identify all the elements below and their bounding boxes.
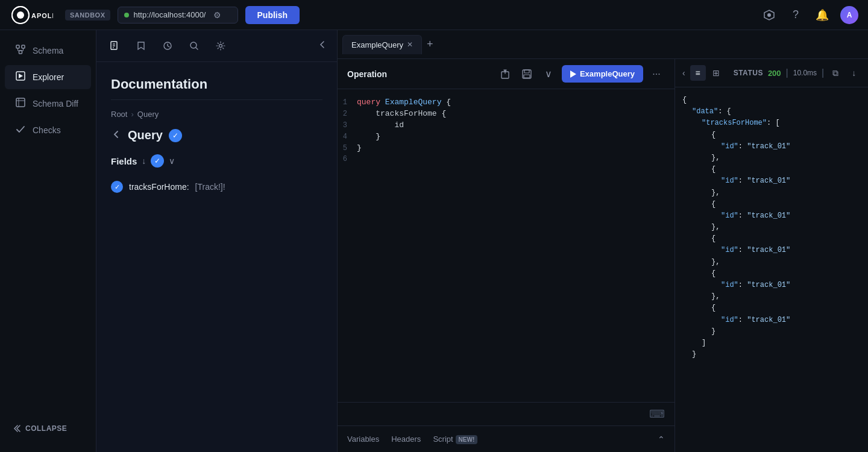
svg-point-1 <box>17 11 24 19</box>
url-settings-icon[interactable]: ⚙ <box>213 10 221 20</box>
field-check-icon: ✓ <box>111 181 123 193</box>
help-icon[interactable]: ? <box>787 7 804 24</box>
query-title: Query <box>128 128 163 142</box>
keyboard-icon: ⌨ <box>649 407 665 421</box>
json-line: "id": "track_01" <box>682 245 861 256</box>
fields-label: Fields <box>111 156 137 166</box>
bookmark-icon[interactable] <box>133 37 149 54</box>
results-view-icons: ≡ ⊞ <box>690 65 724 81</box>
results-content: { "data": { "tracksForHome": [ { "id": "… <box>675 87 868 452</box>
tab-close-icon[interactable]: ✕ <box>407 40 413 49</box>
headers-tab[interactable]: Headers <box>391 432 421 446</box>
more-icon[interactable]: ··· <box>648 66 665 83</box>
code-editor[interactable]: 1 query ExampleQuery { 2 tracksForHome { <box>338 89 675 402</box>
url-bar[interactable]: http://localhost:4000/ ⚙ <box>118 7 238 24</box>
results-chevron-icon[interactable]: ‹ <box>682 68 685 78</box>
code-line-5: 5 } <box>338 142 675 154</box>
share-icon[interactable] <box>497 66 514 83</box>
search-icon[interactable] <box>186 37 203 54</box>
save-chevron-icon[interactable]: ∨ <box>540 66 557 83</box>
bottom-chevron-icon[interactable]: ⌃ <box>658 435 665 444</box>
json-line: } <box>682 349 861 360</box>
field-type: [Track!]! <box>195 182 225 192</box>
breadcrumb-query[interactable]: Query <box>137 110 159 119</box>
sidebar-item-schema-diff[interactable]: Schema Diff <box>5 92 91 116</box>
field-name: tracksForHome: <box>129 182 189 192</box>
status-code: 200 <box>768 69 781 78</box>
save-icon[interactable] <box>518 66 535 83</box>
settings-icon[interactable] <box>212 37 229 54</box>
svg-text:APOLLO: APOLLO <box>31 12 53 19</box>
collapse-button[interactable]: COLLAPSE <box>5 419 91 438</box>
checks-icon <box>14 124 27 136</box>
svg-point-24 <box>219 45 222 48</box>
main-layout: Schema Explorer Schema Diff <box>0 30 868 452</box>
download-icon[interactable]: ↓ <box>848 65 861 81</box>
line-num-4: 4 <box>338 133 357 141</box>
code-content-5: } <box>357 143 362 152</box>
results-header: ‹ ≡ ⊞ STATUS 200 | 10.0ms | ⧉ ↓ <box>675 59 868 87</box>
back-button[interactable] <box>111 129 122 142</box>
json-line: }, <box>682 222 861 233</box>
toolbar-collapse-icon[interactable] <box>318 40 327 52</box>
doc-icon[interactable] <box>106 37 123 54</box>
add-tab-button[interactable]: + <box>422 36 438 53</box>
code-line-3: 3 id <box>338 119 675 131</box>
json-line: "id": "track_01" <box>682 315 861 326</box>
breadcrumb: Root › Query <box>111 110 322 119</box>
table-view-icon[interactable]: ⊞ <box>708 65 724 81</box>
list-view-icon[interactable]: ≡ <box>690 65 706 81</box>
json-line: { <box>682 95 861 106</box>
json-line: ] <box>682 337 861 349</box>
sandbox-badge: SANDBOX <box>65 10 110 20</box>
sidebar-schema-label: Schema <box>33 46 63 55</box>
new-badge: NEW! <box>456 435 478 444</box>
code-line-4: 4 } <box>338 131 675 142</box>
variables-tab[interactable]: Variables <box>347 432 379 446</box>
copy-icon[interactable]: ⧉ <box>829 65 842 81</box>
svg-rect-7 <box>22 45 25 48</box>
apollo-icon[interactable] <box>761 7 778 24</box>
toolbar-icons-row <box>96 30 337 62</box>
svg-rect-14 <box>16 98 25 107</box>
operation-panel: Operation <box>338 59 675 452</box>
tab-example-query[interactable]: ExampleQuery ✕ <box>342 35 422 54</box>
history-icon[interactable] <box>159 37 176 54</box>
fields-chevron-icon[interactable]: ∨ <box>169 156 175 166</box>
content-area: Documentation Root › Query Query ✓ <box>96 30 868 452</box>
sidebar: Schema Explorer Schema Diff <box>0 30 96 452</box>
run-button[interactable]: ExampleQuery <box>562 65 643 83</box>
run-label: ExampleQuery <box>580 69 635 78</box>
json-line: }, <box>682 257 861 268</box>
operation-header: Operation <box>338 59 675 89</box>
svg-line-23 <box>196 48 198 49</box>
collapse-label: COLLAPSE <box>25 424 67 433</box>
svg-point-5 <box>767 13 771 17</box>
avatar[interactable]: A <box>840 6 858 24</box>
line-num-1: 1 <box>338 98 357 107</box>
svg-point-22 <box>190 42 197 48</box>
sidebar-item-schema[interactable]: Schema <box>5 39 91 63</box>
code-content-1: query ExampleQuery { <box>357 98 451 107</box>
svg-rect-28 <box>524 70 529 73</box>
json-line: }, <box>682 152 861 164</box>
notifications-icon[interactable]: 🔔 <box>814 7 831 24</box>
svg-rect-8 <box>19 51 22 54</box>
script-tab[interactable]: ScriptNEW! <box>433 432 477 446</box>
line-num-2: 2 <box>338 110 357 118</box>
json-line: "id": "track_01" <box>682 210 861 222</box>
explorer-icon <box>14 71 27 83</box>
sidebar-item-explorer[interactable]: Explorer <box>5 65 91 89</box>
json-line: }, <box>682 291 861 303</box>
editor-content: Operation <box>338 59 868 452</box>
svg-rect-29 <box>524 75 530 78</box>
topbar-icons: ? 🔔 A <box>761 6 858 24</box>
json-line: } <box>682 326 861 337</box>
sort-down-icon[interactable]: ↓ <box>142 156 146 166</box>
publish-button[interactable]: Publish <box>245 6 300 24</box>
editor-bottom: ⌨ <box>338 402 675 425</box>
code-content-2: tracksForHome { <box>357 109 446 118</box>
breadcrumb-root[interactable]: Root <box>111 110 127 119</box>
sidebar-item-checks[interactable]: Checks <box>5 118 91 142</box>
svg-marker-13 <box>19 74 23 78</box>
